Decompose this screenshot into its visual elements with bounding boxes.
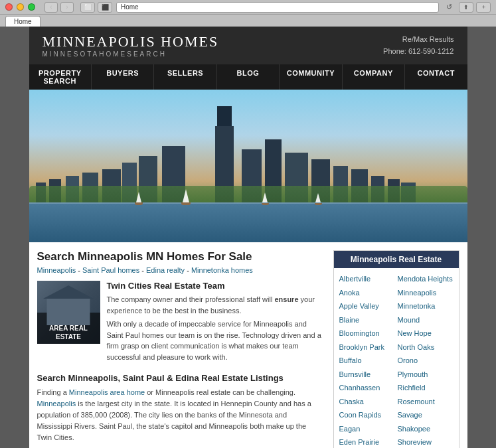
nav-company[interactable]: Company (343, 64, 405, 90)
logo-subtitle: MinnesotaHomeSearch (42, 50, 219, 58)
link-plymouth[interactable]: Plymouth (398, 368, 454, 382)
page-title: Search Minneapolis MN Homes For Sale (37, 250, 323, 263)
link-chaska[interactable]: Chaska (339, 395, 395, 409)
link-mendota-heights[interactable]: Mendota Heights (398, 272, 454, 286)
breadcrumb-edina[interactable]: Edina realty (146, 266, 185, 274)
link-minneapolis-area[interactable]: Minneapolis area home (69, 388, 145, 396)
content-right: Minneapolis Real Estate Albertville Anok… (333, 250, 459, 448)
site-logo: Minneapolis Homes MinnesotaHomeSearch (42, 33, 219, 58)
sidebar-col1: Albertville Anoka Apple Valley Blaine Bl… (339, 272, 395, 448)
link-orono[interactable]: Orono (398, 354, 454, 368)
link-burnsville[interactable]: Burnsville (339, 368, 395, 382)
contact-line2: Phone: 612-590-1212 (383, 46, 454, 58)
browser-nav: ‹ › (44, 2, 74, 13)
link-eagan[interactable]: Eagan (339, 422, 395, 436)
content-left: Search Minneapolis MN Homes For Sale Min… (37, 250, 333, 448)
site-nav: Property Search Buyers Sellers Blog Comm… (29, 64, 467, 90)
share-button[interactable]: ⬜ (80, 2, 95, 13)
website-container: Minneapolis Homes MinnesotaHomeSearch Re… (0, 27, 496, 448)
team-paragraph-1: The company owner and their professional… (107, 294, 323, 316)
link-rosemount[interactable]: Rosemount (398, 395, 454, 409)
listings-text-1: Finding a Minneapolis area home or Minne… (37, 387, 323, 443)
main-content: Search Minneapolis MN Homes For Sale Min… (29, 242, 467, 448)
link-north-oaks[interactable]: North Oaks (398, 340, 454, 354)
website-inner: Minneapolis Homes MinnesotaHomeSearch Re… (29, 27, 467, 448)
nav-community[interactable]: Community (280, 64, 342, 90)
link-minnetonka[interactable]: Minnetonka (398, 299, 454, 313)
team-paragraph-2: With only a decade of impeccable service… (107, 319, 323, 362)
sidebar-box: Minneapolis Real Estate Albertville Anok… (333, 250, 459, 448)
address-bar[interactable]: Home (116, 2, 439, 13)
link-minneapolis[interactable]: Minneapolis (398, 286, 454, 300)
link-new-hope[interactable]: New Hope (398, 327, 454, 340)
tab-bar: Home (0, 15, 496, 27)
back-button[interactable]: ‹ (44, 2, 58, 13)
close-button[interactable] (5, 3, 13, 11)
team-image: SearchArea Real Estate (37, 281, 100, 344)
minimize-button[interactable] (17, 3, 24, 11)
link-eden-prairie[interactable]: Eden Prairie (339, 435, 395, 448)
contact-info: Re/Max Results Phone: 612-590-1212 (383, 34, 454, 57)
refresh-button[interactable]: ↺ (443, 2, 455, 13)
share-icon[interactable]: ⬆ (459, 2, 473, 13)
hero-image (29, 90, 467, 242)
link-shakopee[interactable]: Shakopee (398, 422, 454, 436)
breadcrumb-saint-paul[interactable]: Saint Paul homes (82, 266, 139, 274)
team-section: SearchArea Real Estate Twin Cities Real … (37, 281, 323, 365)
breadcrumb-minnetonka[interactable]: Minnetonka homes (191, 266, 253, 274)
sidebar-title: Minneapolis Real Estate (334, 251, 459, 268)
view-button[interactable]: ⬛ (98, 2, 112, 13)
maximize-button[interactable] (28, 3, 35, 11)
team-text: Twin Cities Real Estate Team The company… (107, 281, 323, 365)
link-albertville[interactable]: Albertville (339, 272, 395, 286)
hero-water (29, 202, 467, 242)
nav-buyers[interactable]: Buyers (92, 64, 154, 90)
sidebar-col2: Mendota Heights Minneapolis Minnetonka M… (398, 272, 454, 448)
nav-property-search[interactable]: Property Search (29, 64, 92, 90)
link-savage[interactable]: Savage (398, 408, 454, 422)
team-section-title: Twin Cities Real Estate Team (107, 281, 323, 291)
contact-line1: Re/Max Results (383, 34, 454, 46)
logo-title: Minneapolis Homes (42, 33, 219, 50)
breadcrumb: Minneapolis - Saint Paul homes - Edina r… (37, 266, 323, 274)
forward-button[interactable]: › (60, 2, 74, 13)
link-blaine[interactable]: Blaine (339, 313, 395, 327)
link-buffalo[interactable]: Buffalo (339, 354, 395, 368)
sidebar-links: Albertville Anoka Apple Valley Blaine Bl… (334, 268, 459, 448)
nav-blog[interactable]: Blog (217, 64, 280, 90)
site-header: Minneapolis Homes MinnesotaHomeSearch Re… (29, 27, 467, 64)
link-minneapolis[interactable]: Minneapolis (37, 400, 76, 408)
listings-section-title: Search Minneapolis, Saint Paul & Edina R… (37, 373, 323, 383)
link-apple-valley[interactable]: Apple Valley (339, 299, 395, 313)
link-anoka[interactable]: Anoka (339, 286, 395, 300)
browser-icons: ⬜ ⬛ (80, 2, 112, 13)
link-bloomington[interactable]: Bloomington (339, 327, 395, 340)
active-tab[interactable]: Home (5, 16, 41, 27)
link-richfield[interactable]: Richfield (398, 381, 454, 395)
add-tab-button[interactable]: ＋ (476, 2, 491, 13)
nav-sellers[interactable]: Sellers (154, 64, 216, 90)
browser-right-icons: ⬆ ＋ (459, 2, 491, 13)
nav-contact[interactable]: Contact (405, 64, 467, 90)
link-mound[interactable]: Mound (398, 313, 454, 327)
link-chanhassen[interactable]: Chanhassen (339, 381, 395, 395)
browser-chrome: ‹ › ⬜ ⬛ Home ↺ ⬆ ＋ (0, 0, 496, 15)
breadcrumb-minneapolis[interactable]: Minneapolis (37, 266, 76, 274)
link-brooklyn-park[interactable]: Brooklyn Park (339, 340, 395, 354)
link-coon-rapids[interactable]: Coon Rapids (339, 408, 395, 422)
link-shoreview[interactable]: Shoreview (398, 435, 454, 448)
